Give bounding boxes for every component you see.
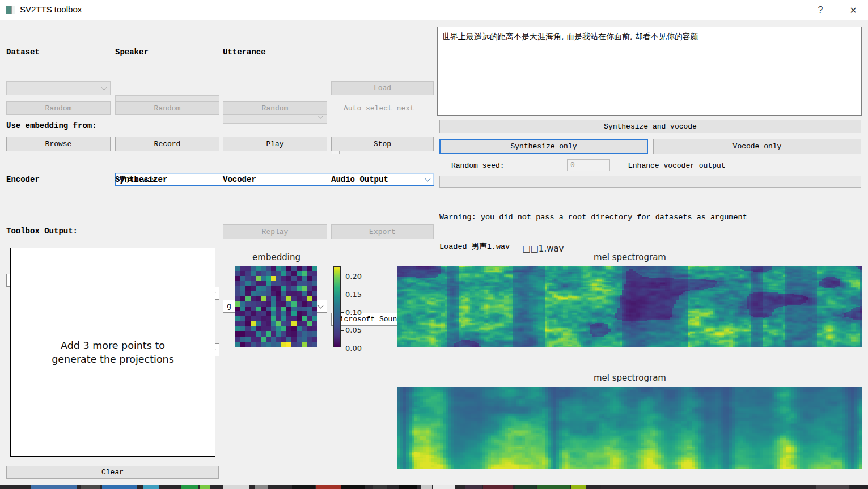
random-dataset-button[interactable]: Random	[6, 101, 111, 115]
taskbar-sliver-segment	[433, 485, 455, 489]
load-button[interactable]: Load	[331, 81, 434, 95]
taskbar-sliver-segment	[483, 485, 513, 489]
auto-select-label: Auto select next	[344, 104, 414, 113]
synthesize-and-vocode-button[interactable]: Synthesize and vocode	[439, 120, 861, 133]
colorbar-tick-label: 0.00	[345, 344, 362, 352]
taskbar-sliver-segment	[200, 485, 210, 489]
taskbar-sliver-segment	[399, 485, 417, 489]
random-utterance-button[interactable]: Random	[223, 101, 327, 115]
audio-output-label: Audio Output	[331, 175, 388, 184]
taskbar-sliver-segment	[537, 485, 570, 489]
replay-button[interactable]: Replay	[223, 224, 327, 239]
log-line: Warning: you did not pass a root directo…	[439, 212, 865, 222]
taskbar-sliver-segment	[850, 485, 868, 489]
taskbar-sliver-segment	[316, 485, 341, 489]
colorbar-tick	[341, 295, 344, 295]
taskbar-sliver-segment	[816, 485, 849, 489]
taskbar-sliver	[0, 485, 868, 489]
colorbar-tick	[341, 312, 344, 313]
taskbar-sliver-segment	[341, 485, 365, 489]
dataset-select[interactable]	[6, 81, 111, 95]
colorbar-tick	[341, 347, 344, 347]
utterance-label: Utterance	[223, 48, 266, 57]
dataset-label: Dataset	[6, 48, 40, 57]
chevron-down-icon	[425, 176, 431, 181]
speaker-label: Speaker	[115, 48, 149, 57]
taskbar-sliver-segment	[373, 485, 387, 489]
clear-button[interactable]: Clear	[6, 466, 219, 479]
chevron-down-icon	[101, 84, 107, 90]
projection-message-line2: generate the projections	[52, 352, 174, 366]
seed-input[interactable]	[567, 159, 610, 171]
mel-spectrogram-title-1: mel spectrogram	[573, 252, 687, 262]
taskbar-sliver-segment	[181, 485, 198, 489]
help-button[interactable]: ?	[812, 3, 829, 17]
embedding-title: embedding	[235, 252, 317, 262]
generation-progress-bar	[439, 176, 861, 188]
colorbar-tick-label: 0.10	[345, 308, 362, 317]
random-speaker-button[interactable]: Random	[115, 101, 219, 115]
stop-button[interactable]: Stop	[331, 137, 434, 151]
app-icon	[6, 6, 15, 14]
taskbar-sliver-segment	[571, 485, 586, 489]
projection-message-line1: Add 3 more points to	[52, 339, 174, 352]
colorbar-tick-label: 0.05	[345, 326, 362, 334]
enhance-vocoder-label: Enhance vocoder output	[628, 161, 726, 170]
colorbar	[333, 266, 341, 347]
record-button[interactable]: Record	[115, 137, 219, 151]
colorbar-tick-label: 0.20	[345, 272, 362, 280]
close-button[interactable]: ✕	[845, 3, 862, 17]
taskbar-sliver-segment	[223, 485, 249, 489]
vocoder-label: Vocoder	[223, 175, 256, 184]
window-title: SV2TTS toolbox	[20, 5, 82, 14]
colorbar-tick-label: 0.15	[345, 290, 362, 299]
title-bar: SV2TTS toolbox ? ✕	[0, 0, 868, 20]
play-button[interactable]: Play	[223, 137, 327, 151]
taskbar-sliver-segment	[515, 485, 536, 489]
taskbar-sliver-segment	[81, 485, 100, 489]
taskbar-sliver-segment	[31, 485, 77, 489]
random-seed-label: Random seed:	[451, 161, 505, 170]
browse-button[interactable]: Browse	[6, 137, 111, 151]
colorbar-tick	[341, 330, 344, 331]
embedding-heatmap	[235, 266, 317, 347]
taskbar-sliver-segment	[292, 485, 315, 489]
toolbox-output-label: Toolbox Output:	[6, 227, 78, 236]
export-button[interactable]: Export	[331, 224, 434, 239]
taskbar-sliver-segment	[465, 485, 482, 489]
chevron-down-icon	[318, 303, 324, 308]
encoder-label: Encoder	[6, 175, 40, 184]
colorbar-tick	[341, 277, 344, 277]
synthesis-text-input[interactable]: 世界上最遥远的距离不是天涯海角, 而是我站在你面前, 却看不见你的容颜	[437, 27, 862, 116]
vocode-only-button[interactable]: Vocode only	[653, 139, 861, 154]
umap-projection-plot: Add 3 more points to generate the projec…	[10, 248, 215, 457]
mel-spectrogram-title-2: mel spectrogram	[573, 373, 687, 383]
mel-spectrogram-canvas-2	[397, 387, 862, 469]
taskbar-sliver-segment	[601, 485, 816, 489]
taskbar-sliver-segment	[143, 485, 159, 489]
synthesize-only-button[interactable]: Synthesize only	[439, 139, 648, 154]
mel-spectrogram-canvas-1	[397, 266, 862, 347]
taskbar-sliver-segment	[255, 485, 268, 489]
synthesizer-label: Synthesizer	[115, 175, 167, 184]
use-embedding-label: Use embedding from:	[6, 121, 97, 130]
taskbar-sliver-segment	[421, 485, 432, 489]
taskbar-sliver-segment	[102, 485, 137, 489]
